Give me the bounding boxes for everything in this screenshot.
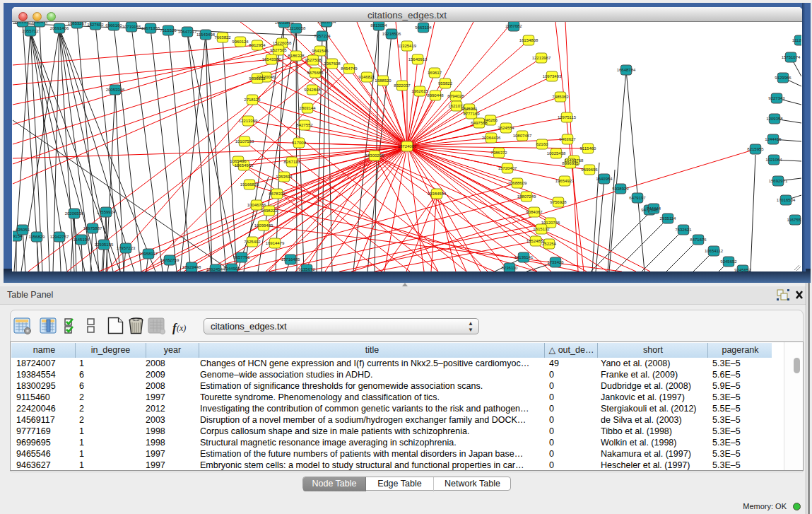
- svg-text:1167553: 1167553: [787, 218, 801, 222]
- svg-text:8678332: 8678332: [269, 192, 286, 196]
- svg-text:2935114: 2935114: [660, 216, 677, 221]
- svg-text:9756928: 9756928: [550, 200, 567, 204]
- svg-text:15226058: 15226058: [273, 41, 292, 45]
- svg-text:1588520: 1588520: [375, 78, 392, 83]
- svg-text:9084067: 9084067: [526, 210, 543, 214]
- svg-text:7386372: 7386372: [490, 151, 507, 155]
- svg-text:16099489: 16099489: [254, 223, 273, 228]
- svg-text:20691406: 20691406: [50, 26, 69, 30]
- svg-text:20364436: 20364436: [482, 136, 501, 140]
- svg-text:12942757: 12942757: [50, 235, 69, 239]
- svg-text:9146821: 9146821: [358, 75, 375, 79]
- svg-text:7485063: 7485063: [552, 95, 569, 99]
- svg-text:12975115: 12975115: [558, 115, 577, 119]
- svg-text:19716485: 19716485: [281, 257, 300, 262]
- svg-text:9527505: 9527505: [270, 48, 287, 52]
- svg-text:16648784: 16648784: [617, 68, 636, 72]
- svg-text:9527508: 9527508: [305, 58, 322, 62]
- svg-text:9498222: 9498222: [261, 209, 278, 213]
- svg-text:9242848: 9242848: [304, 88, 321, 92]
- svg-text:746266: 746266: [483, 118, 498, 122]
- svg-text:5675685: 5675685: [307, 71, 324, 75]
- svg-text:10807467: 10807467: [513, 134, 532, 138]
- svg-text:8912954: 8912954: [249, 43, 266, 47]
- svg-text:20206536: 20206536: [65, 211, 84, 216]
- svg-text:12216058: 12216058: [287, 26, 306, 30]
- svg-text:1244415: 1244415: [765, 137, 782, 141]
- svg-text:9663104: 9663104: [415, 25, 432, 30]
- svg-text:10025438: 10025438: [547, 151, 566, 156]
- svg-text:10973493: 10973493: [543, 74, 562, 78]
- svg-text:7632621: 7632621: [675, 228, 692, 232]
- svg-text:15923754: 15923754: [317, 22, 336, 24]
- svg-text:(x): (x): [177, 323, 186, 333]
- svg-text:9227343: 9227343: [768, 96, 785, 100]
- svg-text:10654963: 10654963: [235, 163, 254, 168]
- svg-text:8471676: 8471676: [690, 238, 707, 242]
- svg-text:10120746: 10120746: [541, 221, 560, 225]
- svg-text:1353594: 1353594: [276, 175, 293, 179]
- svg-text:8996935: 8996935: [562, 161, 579, 165]
- svg-text:12923448: 12923448: [182, 265, 201, 269]
- svg-text:15751074: 15751074: [782, 55, 801, 59]
- svg-text:10853267: 10853267: [68, 22, 87, 25]
- svg-text:18300295: 18300295: [365, 153, 384, 158]
- svg-text:169617: 169617: [428, 71, 442, 75]
- svg-text:435051: 435051: [16, 228, 30, 232]
- svg-text:10671355: 10671355: [141, 26, 160, 30]
- svg-text:20053346: 20053346: [106, 88, 125, 92]
- svg-text:8990448: 8990448: [427, 93, 444, 98]
- svg-text:2055712: 2055712: [22, 29, 39, 33]
- svg-text:19654923: 19654923: [555, 179, 575, 183]
- svg-text:9135672: 9135672: [298, 267, 315, 271]
- svg-text:1640954: 1640954: [596, 177, 613, 181]
- svg-text:8267110: 8267110: [284, 160, 301, 164]
- svg-text:252254: 252254: [542, 242, 557, 246]
- svg-text:10107553: 10107553: [235, 139, 254, 144]
- svg-text:1615132: 1615132: [533, 227, 550, 231]
- svg-text:16782759: 16782759: [160, 258, 180, 262]
- svg-text:19218506: 19218506: [382, 32, 401, 36]
- svg-text:16033809: 16033809: [275, 22, 294, 25]
- svg-text:8813054: 8813054: [370, 23, 387, 28]
- svg-text:19166825: 19166825: [240, 182, 259, 187]
- svg-text:17559924: 17559924: [97, 210, 116, 214]
- svg-text:2087682: 2087682: [505, 24, 522, 28]
- svg-text:12505135: 12505135: [95, 243, 114, 247]
- svg-text:12213369: 12213369: [239, 119, 258, 123]
- svg-text:10654112: 10654112: [705, 249, 724, 253]
- svg-text:9657791: 9657791: [233, 255, 250, 259]
- svg-text:7625402: 7625402: [244, 240, 261, 244]
- svg-text:16543382: 16543382: [262, 57, 281, 62]
- svg-text:15640910: 15640910: [408, 57, 428, 62]
- svg-text:7244903: 7244903: [223, 267, 240, 271]
- svg-text:6479197: 6479197: [629, 196, 646, 200]
- svg-text:10719155: 10719155: [122, 25, 141, 29]
- svg-text:1156829: 1156829: [29, 235, 46, 239]
- svg-text:10688609: 10688609: [508, 181, 527, 185]
- svg-text:18807249: 18807249: [517, 194, 536, 199]
- svg-text:7663822: 7663822: [214, 35, 231, 40]
- svg-text:1362615: 1362615: [411, 89, 428, 93]
- svg-text:3624554: 3624554: [498, 126, 514, 130]
- svg-text:6794028: 6794028: [447, 94, 464, 98]
- svg-text:7357224: 7357224: [314, 34, 331, 38]
- svg-text:955822: 955822: [438, 81, 453, 86]
- svg-text:39154: 39154: [13, 234, 23, 238]
- svg-text:517004: 517004: [292, 141, 307, 145]
- svg-text:10046786: 10046786: [247, 203, 266, 207]
- svg-text:8322037: 8322037: [394, 83, 411, 88]
- svg-text:10924544: 10924544: [206, 267, 225, 271]
- svg-text:1209358: 1209358: [766, 117, 783, 121]
- svg-text:16914479: 16914479: [266, 241, 285, 245]
- svg-text:62160: 62160: [536, 142, 548, 146]
- svg-text:1112043: 1112043: [792, 38, 801, 42]
- svg-text:19384554: 19384554: [428, 192, 447, 196]
- svg-text:2367608: 2367608: [324, 62, 341, 66]
- svg-text:16154808: 16154808: [519, 38, 539, 42]
- svg-text:10958117: 10958117: [139, 252, 158, 256]
- svg-text:1145194: 1145194: [73, 238, 90, 242]
- svg-text:15692971: 15692971: [769, 179, 788, 183]
- svg-text:9245652: 9245652: [734, 268, 751, 271]
- svg-text:18724007: 18724007: [398, 144, 417, 148]
